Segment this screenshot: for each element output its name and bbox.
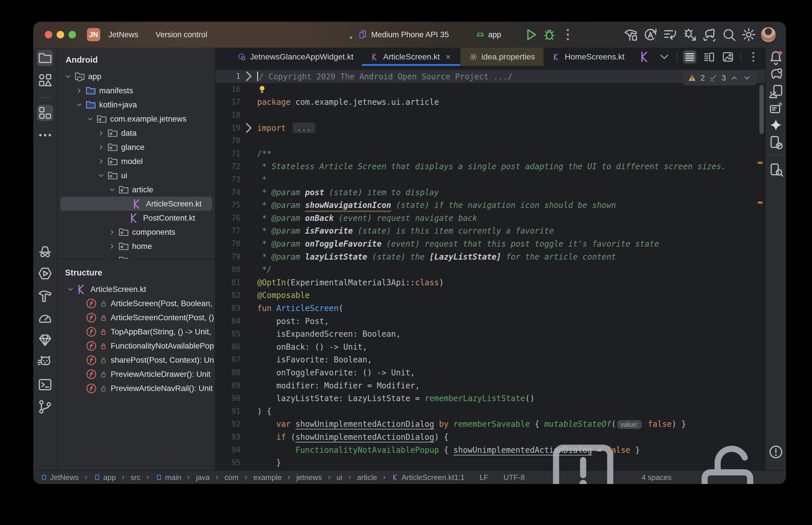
close-window-button[interactable]	[45, 31, 52, 39]
code-line-90[interactable]: 90 lazyListState: LazyListState = rememb…	[216, 392, 765, 405]
close-tab-icon[interactable]	[445, 54, 452, 60]
build-icon[interactable]	[37, 288, 53, 304]
indent-setting[interactable]: 4 spaces	[641, 473, 671, 482]
fold-arrow-icon[interactable]	[240, 68, 257, 85]
fold-arrow-icon[interactable]	[240, 120, 257, 136]
sync-translate-icon[interactable]	[643, 27, 658, 43]
chevron-right-icon[interactable]	[107, 228, 118, 236]
more-horizontal-icon[interactable]	[37, 127, 53, 143]
breadcrumb-main[interactable]: main	[155, 473, 181, 482]
kotlin-file-icon[interactable]	[639, 50, 652, 63]
code-line-89[interactable]: 89 modifier: Modifier = Modifier,	[216, 379, 765, 392]
debug-button[interactable]	[542, 27, 557, 43]
attach-debugger-icon[interactable]	[682, 27, 697, 43]
code-line-17[interactable]: 17package com.example.jetnews.ui.article	[216, 95, 765, 109]
code-line-83[interactable]: 83fun ArticleScreen(	[216, 302, 765, 315]
tree-item-ui[interactable]: ui	[58, 168, 215, 182]
code-line-86[interactable]: 86 onBack: () -> Unit,	[216, 340, 765, 353]
warning-stripe-mark[interactable]	[758, 162, 763, 164]
next-problem-button[interactable]	[743, 74, 751, 82]
tree-item-partial[interactable]	[58, 253, 215, 259]
structure-item[interactable]: PreviewArticleDrawer(): Unit	[58, 367, 215, 381]
code-line-19[interactable]: 19import ...	[216, 121, 765, 134]
breadcrumb-jetnews[interactable]: JetNews	[40, 473, 79, 482]
project-folder-icon[interactable]	[37, 50, 53, 66]
gemini-icon[interactable]	[768, 118, 784, 134]
tree-item-postcontent-kt[interactable]: PostContent.kt	[58, 211, 215, 225]
structure-item[interactable]: TopAppBar(String, () -> Unit,	[58, 325, 215, 339]
device-manager-icon[interactable]	[768, 84, 784, 100]
tab-idea-properties[interactable]: idea.properties	[460, 48, 544, 66]
tab-jetnewsglanceappwidget-kt[interactable]: JetnewsGlanceAppWidget.kt	[229, 48, 362, 66]
code-line-80[interactable]: 80 */	[216, 263, 765, 276]
structure-item[interactable]: FunctionalityNotAvailablePop	[58, 339, 215, 353]
app-inspection-icon[interactable]	[37, 243, 53, 259]
tree-item-app[interactable]: app	[58, 69, 215, 84]
project-menu[interactable]: JetNews	[108, 30, 148, 39]
code-line-74[interactable]: 74 * @param post (state) item to display	[216, 186, 765, 199]
chevron-down-icon[interactable]	[95, 172, 107, 179]
device-selector[interactable]: Medium Phone API 35	[358, 30, 458, 40]
structure-item[interactable]: ArticleScreenContent(Post, ()	[58, 311, 215, 325]
caret-position[interactable]: 1:1	[454, 473, 465, 482]
code-line-93[interactable]: 93 if (showUnimplementedActionDialog) {	[216, 431, 765, 444]
code-line-85[interactable]: 85 isExpandedScreen: Boolean,	[216, 328, 765, 341]
chevron-down-icon[interactable]	[85, 115, 95, 123]
chevron-right-icon[interactable]	[74, 87, 85, 94]
tab-homescreens-kt[interactable]: HomeScreens.kt	[544, 48, 633, 66]
breadcrumb-com[interactable]: com	[224, 473, 239, 482]
profiler-icon[interactable]	[37, 310, 53, 326]
terminal-icon[interactable]	[37, 377, 53, 393]
run-configuration-selector[interactable]: app	[475, 30, 510, 40]
code-editor[interactable]: 1/ Copyright 2020 The Android Open Sourc…	[216, 66, 765, 470]
services-icon[interactable]	[37, 265, 53, 282]
tree-item-com-example-jetnews[interactable]: com.example.jetnews	[58, 112, 215, 126]
breadcrumb-jetnews[interactable]: jetnews	[296, 473, 322, 482]
user-avatar[interactable]	[761, 27, 776, 43]
list-view-icon[interactable]	[683, 50, 696, 63]
code-line-95[interactable]: 95 }	[216, 456, 765, 469]
version-control-icon[interactable]	[37, 399, 53, 415]
code-line-94[interactable]: 94 FunctionalityNotAvailablePopup { show…	[216, 443, 765, 456]
zoom-window-button[interactable]	[69, 31, 76, 39]
code-line-84[interactable]: 84 post: Post,	[216, 314, 765, 328]
gradle-icon[interactable]	[768, 66, 784, 82]
structure-icon[interactable]	[37, 105, 53, 121]
project-view-selector[interactable]: Android	[58, 48, 215, 69]
tree-item-article[interactable]: article	[58, 182, 215, 197]
chevron-down-icon[interactable]	[65, 286, 76, 293]
preview-icon[interactable]	[721, 50, 735, 63]
breadcrumb-java[interactable]: java	[196, 473, 210, 482]
code-line-81[interactable]: 81@OptIn(ExperimentalMaterial3Api::class…	[216, 276, 765, 289]
settings-gear-icon[interactable]	[741, 27, 756, 43]
editor-scrollbar[interactable]	[759, 85, 764, 134]
code-line-70[interactable]: 70	[216, 134, 765, 147]
running-devices-icon[interactable]	[768, 101, 784, 117]
tree-item-components[interactable]: components	[58, 225, 215, 239]
logcat-icon[interactable]	[37, 354, 53, 371]
chevron-down-icon[interactable]	[63, 73, 74, 80]
chevron-right-icon[interactable]	[95, 158, 107, 165]
file-encoding[interactable]: UTF-8	[503, 473, 525, 482]
tree-item-kotlin-java[interactable]: kotlin+java	[58, 97, 215, 112]
intention-bulb-icon[interactable]	[257, 84, 267, 94]
code-line-88[interactable]: 88 onToggleFavorite: () -> Unit,	[216, 366, 765, 379]
structure-item[interactable]: PreviewArticleNavRail(): Unit	[58, 381, 215, 395]
tree-item-model[interactable]: model	[58, 154, 215, 168]
chevron-down-icon[interactable]	[107, 186, 118, 194]
minimize-window-button[interactable]	[57, 31, 64, 39]
breadcrumb-src[interactable]: src	[131, 473, 141, 482]
code-line-91[interactable]: 91) {	[216, 405, 765, 418]
tab-articlescreen-kt[interactable]: ArticleScreen.kt	[362, 48, 460, 66]
code-line-78[interactable]: 78 * @param onToggleFavorite (event) req…	[216, 237, 765, 250]
code-line-87[interactable]: 87 isFavorite: Boolean,	[216, 353, 765, 366]
structure-root-articlescreen-kt[interactable]: ArticleScreen.kt	[58, 282, 215, 296]
code-line-75[interactable]: 75 * @param showNavigationIcon (state) i…	[216, 199, 765, 212]
code-line-76[interactable]: 76 * @param onBack (event) request navig…	[216, 212, 765, 225]
breadcrumb-article[interactable]: article	[357, 473, 377, 482]
code-line-16[interactable]: 16	[216, 83, 765, 96]
tree-item-manifests[interactable]: manifests	[58, 84, 215, 97]
code-line-82[interactable]: 82@Composable	[216, 289, 765, 302]
warning-stripe-mark[interactable]	[758, 201, 763, 204]
notifications-icon[interactable]	[768, 49, 784, 65]
